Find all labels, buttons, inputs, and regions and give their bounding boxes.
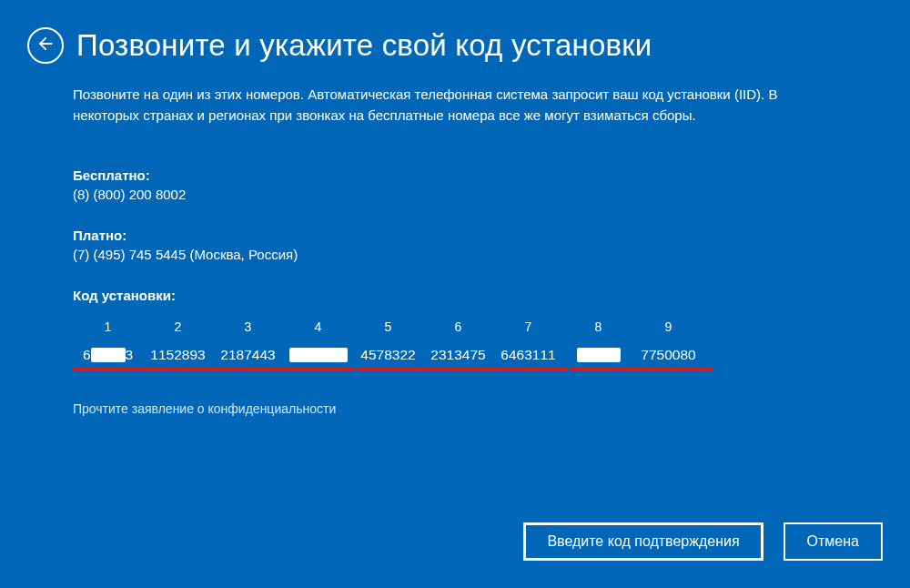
obscured-digits	[289, 348, 348, 362]
code-col-header: 1	[73, 319, 143, 347]
code-col-header: 8	[563, 319, 633, 347]
code-group-3: 2187443	[213, 347, 283, 364]
code-group-6: 2313475	[423, 347, 493, 364]
page-title: Позвоните и укажите свой код установки	[76, 28, 652, 63]
red-underline	[357, 368, 568, 371]
obscured-digits	[91, 348, 126, 362]
instruction-text: Позвоните на один из этих номеров. Автом…	[73, 84, 837, 127]
code-col-header: 4	[283, 319, 353, 347]
free-label: Бесплатно:	[73, 167, 837, 183]
red-underline	[73, 368, 355, 371]
privacy-statement-link[interactable]: Прочтите заявление о конфиденциальности	[73, 401, 837, 416]
free-number: (8) (800) 200 8002	[73, 187, 837, 202]
code-col-header: 2	[143, 319, 213, 347]
code-group-4	[283, 347, 353, 364]
back-button[interactable]	[27, 27, 64, 64]
obscured-digits	[577, 348, 621, 362]
code-group-2: 1152893	[143, 347, 213, 364]
code-group-8	[563, 347, 633, 364]
cancel-button[interactable]: Отмена	[784, 522, 883, 561]
code-col-header: 6	[423, 319, 493, 347]
code-col-header: 3	[213, 319, 283, 347]
enter-confirmation-code-button[interactable]: Введите код подтверждения	[523, 522, 763, 561]
code-group-7: 6463111	[493, 347, 563, 364]
install-code-label: Код установки:	[73, 288, 837, 303]
code-group-1: 63	[73, 347, 143, 364]
code-col-header: 9	[633, 319, 703, 347]
red-underline	[570, 368, 713, 371]
paid-label: Платно:	[73, 228, 837, 243]
install-code-table: 1 2 3 4 5 6 7 8 9 63 1152893 2187443 457…	[73, 319, 710, 364]
code-col-header: 5	[353, 319, 423, 347]
back-arrow-icon	[35, 34, 56, 57]
paid-number: (7) (495) 745 5445 (Москва, Россия)	[73, 247, 837, 262]
code-col-header: 7	[493, 319, 563, 347]
code-group-9: 7750080	[633, 347, 703, 364]
code-group-5: 4578322	[353, 347, 423, 364]
